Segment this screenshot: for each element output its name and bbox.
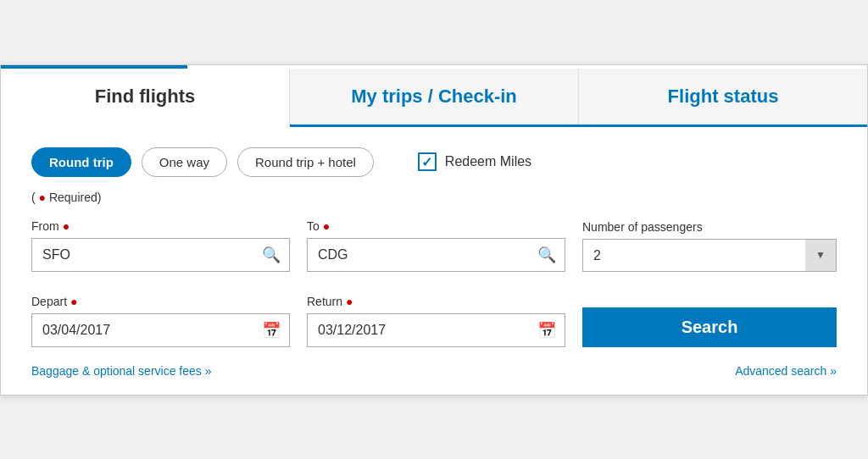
required-dot: ●: [39, 191, 46, 204]
search-button[interactable]: Search: [582, 307, 837, 347]
passengers-select[interactable]: 1 2 3 4 5 6: [583, 240, 836, 271]
passengers-group: Number of passengers 1 2 3 4 5 6: [582, 220, 837, 272]
return-label: Return ●: [307, 295, 565, 308]
depart-required-dot: ●: [70, 295, 77, 308]
checkmark-icon: ✓: [421, 154, 432, 170]
trip-type-row: Round trip One way Round trip + hotel ✓ …: [31, 147, 837, 177]
to-required-dot: ●: [323, 219, 330, 233]
redeem-miles-label: Redeem Miles: [445, 154, 531, 169]
main-content: Round trip One way Round trip + hotel ✓ …: [1, 127, 867, 395]
redeem-miles-section: ✓ Redeem Miles: [418, 152, 531, 171]
to-group: To ● 🔍: [307, 219, 565, 272]
from-group: From ● 🔍: [31, 219, 290, 272]
depart-input-wrapper: 📅: [31, 313, 290, 347]
to-input-wrapper: 🔍: [307, 238, 565, 272]
from-label: From ●: [31, 219, 290, 233]
search-group: Search: [582, 289, 837, 347]
baggage-fees-link[interactable]: Baggage & optional service fees »: [31, 364, 211, 378]
return-input-wrapper: 📅: [307, 313, 565, 347]
form-row-2: Depart ● 📅 Return ● 📅: [31, 289, 837, 347]
advanced-search-link[interactable]: Advanced search »: [735, 364, 837, 378]
form-row-1: From ● 🔍 To ● 🔍: [31, 219, 837, 272]
from-input-wrapper: 🔍: [31, 238, 290, 272]
app-container: Find flights My trips / Check-in Flight …: [0, 64, 868, 395]
return-required-dot: ●: [346, 295, 353, 308]
to-input[interactable]: [308, 239, 565, 271]
depart-group: Depart ● 📅: [31, 295, 290, 347]
return-group: Return ● 📅: [307, 295, 565, 347]
round-trip-button[interactable]: Round trip: [31, 147, 131, 177]
bottom-links: Baggage & optional service fees » Advanc…: [31, 364, 837, 378]
from-input[interactable]: [32, 239, 289, 271]
tab-find-flights[interactable]: Find flights: [1, 69, 290, 127]
from-required-dot: ●: [63, 219, 70, 233]
to-label: To ●: [307, 219, 565, 233]
required-note: ( ● Required): [31, 191, 837, 204]
tab-my-trips[interactable]: My trips / Check-in: [290, 69, 579, 124]
passengers-label: Number of passengers: [582, 220, 837, 234]
one-way-button[interactable]: One way: [142, 147, 227, 177]
redeem-miles-checkbox[interactable]: ✓: [418, 152, 437, 171]
round-trip-hotel-button[interactable]: Round trip + hotel: [237, 147, 374, 177]
passengers-select-wrapper: 1 2 3 4 5 6: [582, 239, 837, 272]
tab-flight-status[interactable]: Flight status: [579, 69, 867, 124]
depart-input[interactable]: [32, 314, 289, 346]
depart-label: Depart ●: [31, 295, 290, 308]
nav-tabs: Find flights My trips / Check-in Flight …: [1, 69, 867, 127]
return-input[interactable]: [308, 314, 565, 346]
